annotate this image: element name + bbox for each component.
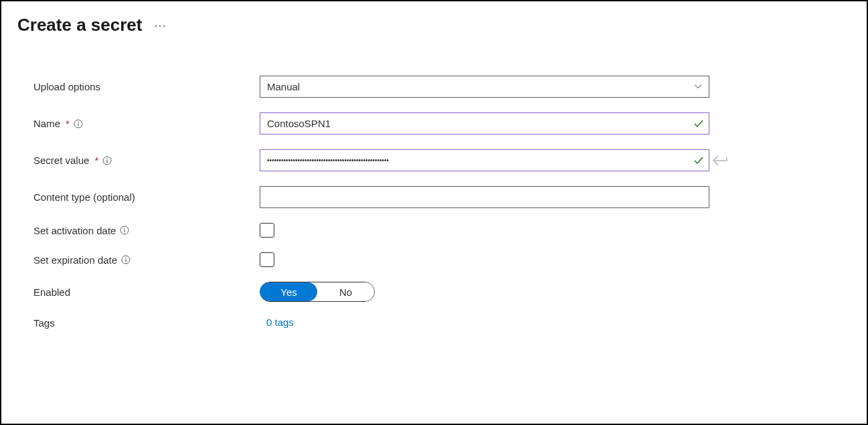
info-icon[interactable] bbox=[102, 156, 112, 165]
content-type-label: Content type (optional) bbox=[33, 191, 260, 203]
svg-point-4 bbox=[107, 158, 108, 159]
set-activation-date-label: Set activation date bbox=[33, 225, 260, 236]
more-options-icon[interactable]: ⋯ bbox=[154, 19, 167, 31]
svg-rect-2 bbox=[78, 122, 78, 126]
info-icon[interactable] bbox=[120, 226, 129, 235]
svg-rect-8 bbox=[124, 230, 125, 233]
required-star-icon: * bbox=[94, 155, 98, 166]
tags-link[interactable]: 0 tags bbox=[260, 317, 294, 328]
upload-options-label: Upload options bbox=[33, 81, 260, 92]
content-type-input[interactable] bbox=[260, 186, 709, 208]
upload-options-value: Manual bbox=[267, 81, 300, 92]
svg-rect-11 bbox=[125, 259, 126, 262]
svg-point-7 bbox=[124, 228, 125, 228]
enabled-toggle[interactable]: Yes No bbox=[260, 282, 375, 302]
tags-label: Tags bbox=[33, 317, 260, 329]
checkmark-icon bbox=[693, 155, 704, 166]
page-title: Create a secret bbox=[17, 15, 142, 35]
required-star-icon: * bbox=[66, 118, 70, 129]
name-label: Name* bbox=[33, 118, 260, 129]
info-icon[interactable] bbox=[121, 255, 131, 264]
svg-point-1 bbox=[78, 121, 78, 122]
svg-point-10 bbox=[125, 257, 126, 258]
svg-rect-5 bbox=[107, 159, 108, 163]
set-expiration-date-label: Set expiration date bbox=[33, 254, 260, 266]
upload-options-select[interactable]: Manual bbox=[260, 76, 709, 98]
secret-value-label: Secret value* bbox=[33, 155, 260, 166]
set-activation-date-checkbox[interactable] bbox=[260, 223, 274, 238]
secret-value-input[interactable]: ••••••••••••••••••••••••••••••••••••••••… bbox=[260, 149, 709, 171]
checkmark-icon bbox=[693, 118, 704, 129]
enabled-label: Enabled bbox=[33, 286, 260, 298]
set-expiration-date-checkbox[interactable] bbox=[260, 252, 274, 267]
enabled-toggle-yes[interactable]: Yes bbox=[260, 282, 317, 301]
name-input[interactable] bbox=[260, 112, 709, 135]
arrow-left-icon bbox=[712, 155, 728, 167]
chevron-down-icon bbox=[694, 81, 702, 92]
info-icon[interactable] bbox=[74, 119, 83, 129]
enabled-toggle-no[interactable]: No bbox=[317, 282, 374, 301]
